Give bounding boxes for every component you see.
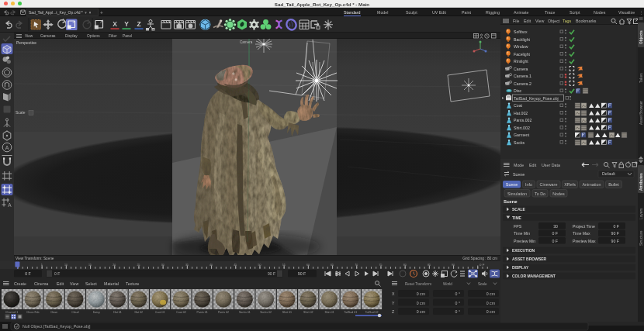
svg-text:View: View: [70, 281, 79, 286]
svg-text:Y: Y: [124, 20, 129, 28]
svg-text:Camera.2: Camera.2: [514, 81, 531, 86]
svg-text:0 °: 0 °: [455, 291, 460, 296]
svg-text:Material: Material: [104, 281, 119, 286]
svg-text:0 F: 0 F: [54, 271, 60, 276]
svg-text:20: 20: [113, 264, 116, 267]
svg-text:0 cm: 0 cm: [417, 301, 425, 305]
svg-text:TailSad 01: TailSad 01: [344, 311, 357, 314]
svg-text:Edit: Edit: [529, 163, 537, 167]
svg-text:0 F: 0 F: [480, 263, 485, 267]
svg-text:X: X: [113, 20, 117, 28]
svg-text:50: 50: [258, 264, 261, 267]
svg-text:EXECUTION: EXECUTION: [512, 248, 535, 253]
svg-text:30: 30: [161, 264, 164, 267]
svg-text:User Data: User Data: [542, 163, 560, 167]
svg-text:Info: Info: [525, 182, 532, 187]
svg-text:Attributes: Attributes: [639, 173, 643, 191]
svg-text:To Do: To Do: [535, 191, 545, 196]
svg-text:Texture: Texture: [126, 281, 139, 286]
svg-text:Simulation: Simulation: [507, 191, 527, 196]
svg-text:Channel 1: Channel 1: [5, 311, 18, 314]
svg-text:FPS: FPS: [514, 224, 522, 229]
svg-text:Coat 01: Coat 01: [155, 311, 165, 314]
svg-text:XRefs: XRefs: [564, 182, 576, 187]
svg-text:Project Time: Project Time: [573, 224, 595, 229]
svg-text:Layers: Layers: [639, 208, 643, 219]
svg-text:Animation: Animation: [583, 182, 601, 187]
svg-text:0 cm: 0 cm: [417, 291, 425, 296]
svg-text:30: 30: [553, 224, 558, 229]
svg-text:Socks: Socks: [514, 140, 525, 145]
svg-text:Objects: Objects: [639, 30, 643, 44]
svg-text:Preview Max: Preview Max: [573, 239, 596, 243]
svg-text:90: 90: [452, 264, 455, 267]
svg-text:65: 65: [331, 264, 334, 267]
svg-text:Y: Y: [392, 301, 395, 305]
svg-text:Clean Fab: Clean Fab: [26, 311, 40, 314]
svg-text:Scale: Scale: [16, 110, 26, 115]
svg-text:World: World: [443, 282, 452, 286]
svg-text:0 cm: 0 cm: [486, 301, 495, 305]
svg-text:Scale: Scale: [478, 282, 487, 286]
svg-text:Socks 01: Socks 01: [239, 311, 251, 314]
svg-text:0 F: 0 F: [552, 239, 559, 243]
svg-text:90 F: 90 F: [611, 231, 619, 236]
svg-text:5: 5: [41, 264, 43, 267]
svg-text:10: 10: [64, 264, 68, 267]
svg-text:Backlight: Backlight: [514, 37, 531, 42]
svg-text:Takes: Takes: [639, 73, 643, 83]
svg-text:55: 55: [282, 264, 286, 267]
svg-text:TailSad 02: TailSad 02: [365, 311, 379, 314]
svg-text:Clean: Clean: [50, 311, 57, 314]
svg-text:Softbox: Softbox: [514, 29, 528, 34]
svg-text:Shirt 01: Shirt 01: [282, 311, 292, 314]
svg-text:Hat 02: Hat 02: [135, 311, 144, 314]
svg-text:70: 70: [355, 264, 358, 267]
svg-text:Scene: Scene: [504, 199, 518, 204]
svg-text:Bullet: Bullet: [608, 182, 619, 187]
svg-text:Create: Create: [14, 281, 26, 286]
svg-text:Shirt.002: Shirt.002: [514, 126, 530, 130]
svg-text:Time Min: Time Min: [514, 231, 530, 236]
svg-text:Camera: Camera: [240, 40, 253, 44]
svg-text:COLOR MANAGEMENT: COLOR MANAGEMENT: [512, 274, 556, 278]
svg-text:45: 45: [234, 264, 237, 267]
svg-text:Select: Select: [85, 281, 97, 286]
svg-text:X: X: [392, 291, 395, 296]
svg-text:0 F: 0 F: [614, 224, 620, 229]
svg-text:Preview Min: Preview Min: [514, 239, 535, 243]
svg-text:60: 60: [306, 264, 310, 267]
svg-text:40: 40: [209, 264, 213, 267]
svg-text:90 F: 90 F: [611, 239, 619, 243]
svg-text:0 cm: 0 cm: [486, 291, 495, 296]
svg-text:Cinema: Cinema: [34, 281, 48, 286]
svg-text:TailSad_Keyop_Pose.obj: TailSad_Keyop_Pose.obj: [514, 96, 559, 101]
svg-text:Default: Default: [602, 171, 615, 176]
svg-text:15: 15: [88, 264, 92, 267]
svg-text:Rimlight: Rimlight: [514, 59, 528, 64]
svg-text:Camera: Camera: [514, 67, 528, 71]
svg-text:Daisy: Daisy: [93, 311, 100, 314]
svg-text:0 F: 0 F: [552, 231, 559, 236]
svg-text:Pants 01: Pants 01: [197, 311, 208, 314]
svg-text:Scene: Scene: [513, 172, 525, 177]
svg-text:DISPLAY: DISPLAY: [512, 265, 529, 270]
svg-text:Reset Transform: Reset Transform: [405, 282, 431, 286]
svg-text:Perspective: Perspective: [16, 40, 36, 45]
svg-text:Scene: Scene: [506, 182, 518, 187]
svg-text:0 °: 0 °: [455, 301, 460, 305]
svg-text:80: 80: [403, 264, 407, 267]
svg-text:0 cm: 0 cm: [417, 309, 425, 314]
svg-text:0 F: 0 F: [25, 271, 31, 276]
svg-text:Coat 02: Coat 02: [176, 311, 186, 314]
svg-text:0 °: 0 °: [455, 309, 460, 314]
svg-text:Pants.002: Pants.002: [514, 118, 531, 122]
svg-text:Skin 01: Skin 01: [325, 311, 334, 314]
svg-text:0 cm: 0 cm: [486, 309, 495, 314]
svg-text:Camera.1: Camera.1: [514, 74, 531, 78]
svg-text:Socks 02: Socks 02: [260, 311, 272, 314]
svg-text:Asset Browser: Asset Browser: [639, 101, 643, 125]
svg-text:A: A: [5, 145, 9, 150]
svg-text:Window: Window: [514, 44, 528, 49]
svg-text:25: 25: [137, 264, 140, 267]
